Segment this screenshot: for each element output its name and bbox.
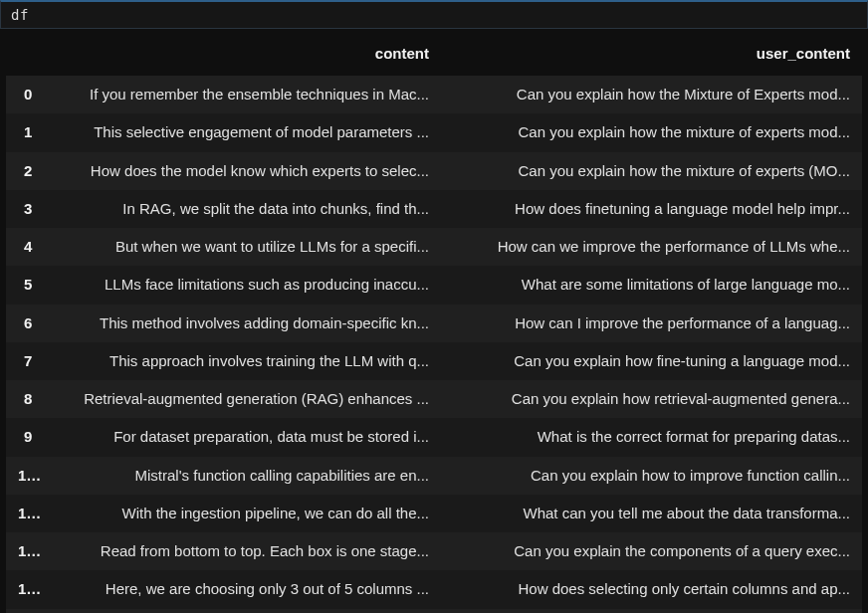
table-row: 7This approach involves training the LLM… <box>6 342 862 380</box>
table-row: 0If you remember the ensemble techniques… <box>6 76 862 113</box>
cell-content: Retrieval-augmented generation (RAG) enh… <box>40 380 441 418</box>
cell-user-content: Can you explain how to improve function … <box>441 457 862 495</box>
table-row: 11With the ingestion pipeline, we can do… <box>6 495 862 532</box>
dataframe-output: content user_content 0If you remember th… <box>0 29 868 613</box>
row-index: 1 <box>6 113 40 151</box>
cell-content: In RAG, we split the data into chunks, f… <box>40 190 441 228</box>
cell-user-content: Can you explain the difference between a… <box>441 609 862 614</box>
row-index: 9 <box>6 418 40 456</box>
row-index: 12 <box>6 532 40 570</box>
cell-user-content: How can we improve the performance of LL… <box>441 228 862 266</box>
table-row: 13Here, we are choosing only 3 out of 5 … <box>6 570 862 608</box>
code-input-value: df <box>11 7 29 23</box>
table-row: 9For dataset preparation, data must be s… <box>6 418 862 456</box>
row-index: 3 <box>6 190 40 228</box>
cell-user-content: How does selecting only certain columns … <box>441 570 862 608</box>
cell-content: This approach involves training the LLM … <box>40 342 441 380</box>
table-row: 6This method involves adding domain-spec… <box>6 305 862 342</box>
row-index: 8 <box>6 380 40 418</box>
cell-user-content: What is the correct format for preparing… <box>441 418 862 456</box>
header-row: content user_content <box>6 35 862 76</box>
cell-user-content: Can you explain how the mixture of exper… <box>441 152 862 190</box>
table-row: 8Retrieval-augmented generation (RAG) en… <box>6 380 862 418</box>
table-row: 3In RAG, we split the data into chunks, … <box>6 190 862 228</box>
table-row: 12Read from bottom to top. Each box is o… <box>6 532 862 570</box>
cell-content: This selective engagement of model param… <box>40 113 441 151</box>
cell-content: But when we want to utilize LLMs for a s… <box>40 228 441 266</box>
cell-user-content: What are some limitations of large langu… <box>441 266 862 304</box>
table-row: 1This selective engagement of model para… <box>6 113 862 151</box>
cell-content: How does the model know which experts to… <box>40 152 441 190</box>
cell-content: With the ingestion pipeline, we can do a… <box>40 495 441 532</box>
cell-user-content: How does finetuning a language model hel… <box>441 190 862 228</box>
row-index: 5 <box>6 266 40 304</box>
cell-user-content: Can you explain how fine-tuning a langua… <box>441 342 862 380</box>
header-content: content <box>40 35 441 76</box>
table-row: 5LLMs face limitations such as producing… <box>6 266 862 304</box>
cell-user-content: Can you explain how retrieval-augmented … <box>441 380 862 418</box>
table-row: 14For instance, consider a table with N … <box>6 609 862 614</box>
cell-content: Read from bottom to top. Each box is one… <box>40 532 441 570</box>
cell-content: LLMs face limitations such as producing … <box>40 266 441 304</box>
row-index: 7 <box>6 342 40 380</box>
cell-content: For dataset preparation, data must be st… <box>40 418 441 456</box>
table-row: 2How does the model know which experts t… <box>6 152 862 190</box>
row-index: 4 <box>6 228 40 266</box>
code-input[interactable]: df <box>0 0 868 29</box>
cell-content: If you remember the ensemble techniques … <box>40 76 441 113</box>
dataframe-table: content user_content 0If you remember th… <box>6 35 862 613</box>
cell-user-content: Can you explain how the Mixture of Exper… <box>441 76 862 113</box>
header-user: user_content <box>441 35 862 76</box>
header-index <box>6 35 40 76</box>
cell-content: Here, we are choosing only 3 out of 5 co… <box>40 570 441 608</box>
cell-user-content: What can you tell me about the data tran… <box>441 495 862 532</box>
row-index: 10 <box>6 457 40 495</box>
row-index: 6 <box>6 305 40 342</box>
table-row: 4But when we want to utilize LLMs for a … <box>6 228 862 266</box>
cell-content: This method involves adding domain-speci… <box>40 305 441 342</box>
cell-content: For instance, consider a table with N au… <box>40 609 441 614</box>
row-index: 14 <box>6 609 40 614</box>
table-row: 10Mistral's function calling capabilitie… <box>6 457 862 495</box>
cell-user-content: Can you explain how the mixture of exper… <box>441 113 862 151</box>
cell-content: Mistral's function calling capabilities … <box>40 457 441 495</box>
row-index: 2 <box>6 152 40 190</box>
row-index: 13 <box>6 570 40 608</box>
cell-user-content: Can you explain the components of a quer… <box>441 532 862 570</box>
row-index: 0 <box>6 76 40 113</box>
cell-user-content: How can I improve the performance of a l… <box>441 305 862 342</box>
row-index: 11 <box>6 495 40 532</box>
